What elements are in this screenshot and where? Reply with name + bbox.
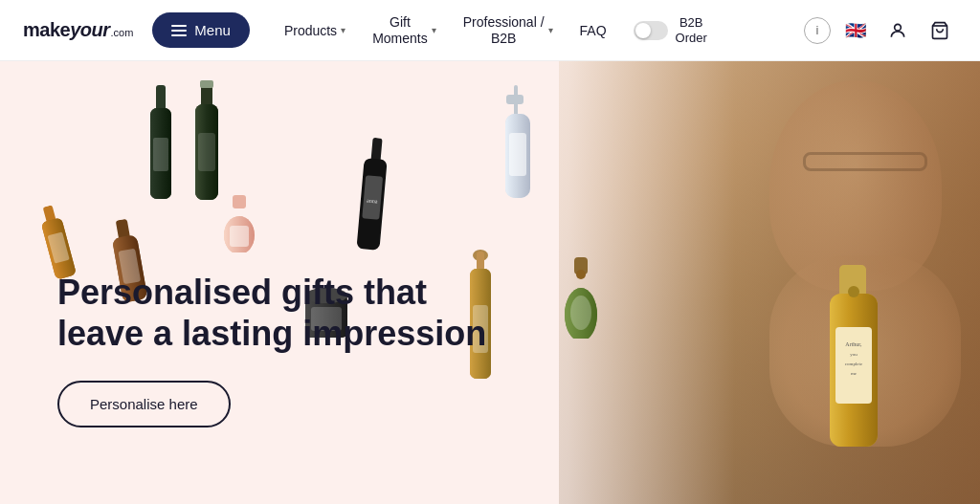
svg-text:anna: anna — [367, 198, 378, 205]
chevron-down-icon: ▾ — [432, 25, 436, 36]
floating-bottle-amber-round — [563, 257, 599, 342]
logo-com: .com — [111, 27, 134, 38]
svg-point-10 — [848, 286, 859, 297]
logo[interactable]: makeyour.com — [23, 19, 133, 41]
cart-icon — [930, 21, 949, 40]
nav-item-gift-moments[interactable]: GiftMoments ▾ — [361, 7, 448, 55]
info-icon[interactable]: i — [804, 17, 831, 44]
svg-rect-28 — [370, 138, 382, 163]
svg-point-41 — [576, 270, 586, 279]
chevron-down-icon: ▾ — [548, 25, 553, 36]
svg-rect-23 — [230, 226, 249, 247]
svg-rect-15 — [200, 80, 213, 88]
svg-rect-33 — [506, 95, 523, 104]
header: makeyour.com Menu Products ▾ GiftMoments… — [0, 0, 980, 61]
b2b-toggle-wrap: B2B Order — [622, 8, 719, 53]
floating-bottle-wine — [191, 80, 222, 214]
b2b-toggle[interactable] — [634, 21, 668, 40]
cart-icon-btn[interactable] — [923, 13, 957, 48]
hamburger-icon — [171, 25, 187, 36]
nav-item-faq[interactable]: FAQ — [568, 15, 618, 46]
svg-text:Arthur,: Arthur, — [845, 341, 862, 347]
logo-your: your — [70, 19, 109, 41]
svg-point-40 — [570, 296, 591, 330]
svg-rect-20 — [233, 195, 246, 208]
svg-rect-48 — [477, 252, 484, 271]
header-icons: i 🇬🇧 — [804, 13, 957, 48]
flag-icon: 🇬🇧 — [845, 20, 866, 41]
svg-text:complete: complete — [845, 362, 863, 366]
svg-text:you: you — [850, 352, 858, 357]
main-bottle-svg: Arthur, you complete me — [813, 265, 894, 475]
svg-rect-19 — [153, 138, 168, 171]
nav-item-products[interactable]: Products ▾ — [273, 15, 357, 46]
language-flag[interactable]: 🇬🇧 — [838, 13, 873, 48]
hero-person-area — [559, 61, 980, 504]
logo-make: make — [23, 19, 70, 41]
floating-bottle-pump — [502, 85, 533, 208]
nav-item-professional-b2b[interactable]: Professional /B2B ▾ — [452, 7, 565, 55]
floating-bottle-dark-tall — [148, 85, 173, 213]
menu-button[interactable]: Menu — [152, 12, 250, 48]
svg-point-0 — [895, 24, 902, 31]
b2b-order-label: B2B Order — [676, 15, 707, 45]
chevron-down-icon: ▾ — [341, 25, 345, 35]
svg-rect-36 — [509, 133, 526, 176]
hero-title: Personalised gifts that leave a lasting … — [57, 272, 498, 354]
user-account-icon[interactable] — [880, 13, 915, 48]
svg-text:me: me — [851, 371, 858, 376]
glasses-left — [803, 152, 927, 171]
menu-label: Menu — [194, 22, 231, 38]
main-nav: Products ▾ GiftMoments ▾ Professional /B… — [273, 7, 796, 55]
hero-main-bottle: Arthur, you complete me — [813, 265, 894, 475]
floating-bottle-pink — [220, 195, 258, 256]
floating-bottle-anna: anna — [353, 137, 390, 262]
svg-rect-14 — [198, 133, 215, 171]
personalise-button[interactable]: Personalise here — [57, 381, 231, 427]
hero-section: Arthur, you complete me — [0, 61, 980, 504]
user-icon — [888, 21, 907, 40]
toggle-knob — [635, 23, 651, 38]
hero-content: Personalised gifts that leave a lasting … — [57, 272, 498, 427]
svg-rect-16 — [156, 85, 166, 112]
